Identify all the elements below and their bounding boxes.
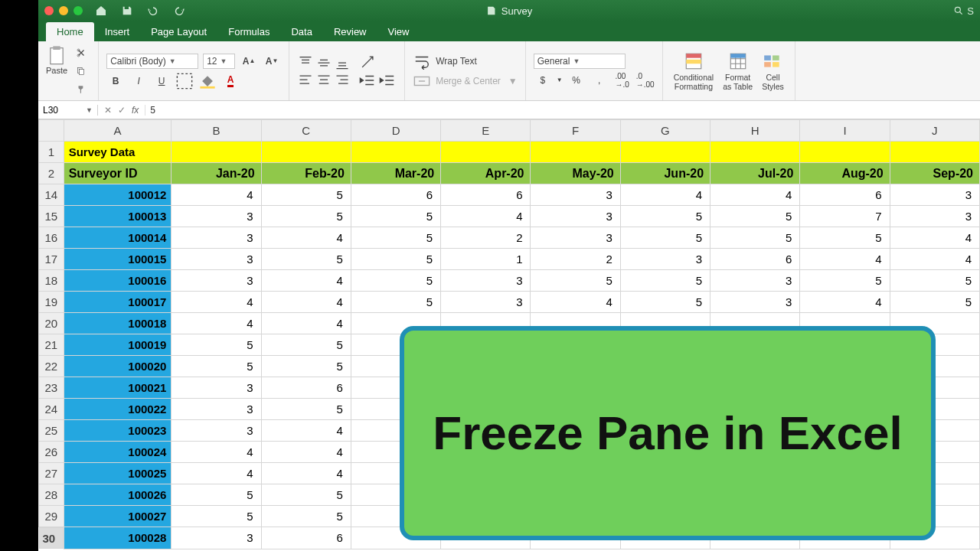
- cell-styles-button[interactable]: Cell Styles: [759, 51, 787, 91]
- data-cell[interactable]: 4: [172, 184, 261, 206]
- align-middle-icon[interactable]: [315, 55, 332, 70]
- tab-formulas[interactable]: Formulas: [217, 22, 280, 41]
- data-cell[interactable]: 3: [441, 270, 531, 292]
- data-cell[interactable]: 5: [351, 249, 440, 270]
- select-all-corner[interactable]: [39, 120, 64, 142]
- data-cell[interactable]: 5: [351, 206, 440, 227]
- data-cell[interactable]: 5: [710, 206, 800, 227]
- row-header-14[interactable]: 14: [39, 184, 64, 206]
- wrap-text-icon[interactable]: [413, 53, 431, 70]
- row-header-26[interactable]: 26: [39, 442, 64, 463]
- decrease-indent-icon[interactable]: [358, 72, 377, 89]
- data-cell[interactable]: 4: [172, 442, 261, 463]
- data-cell[interactable]: 1: [441, 249, 531, 270]
- data-cell[interactable]: 5: [172, 356, 261, 377]
- column-header-H[interactable]: H: [710, 120, 800, 142]
- data-cell[interactable]: 3: [172, 377, 261, 399]
- paste-button[interactable]: Paste: [46, 44, 67, 75]
- header-Aug-20[interactable]: Aug-20: [800, 163, 890, 184]
- data-cell[interactable]: 3: [172, 420, 261, 442]
- data-cell[interactable]: 5: [261, 399, 351, 420]
- data-cell[interactable]: 6: [261, 527, 351, 549]
- tab-insert[interactable]: Insert: [94, 22, 141, 41]
- surveyor-id-cell[interactable]: 100012: [64, 184, 172, 206]
- row-header-2[interactable]: 2: [39, 163, 64, 184]
- data-cell[interactable]: 5: [800, 227, 890, 249]
- cancel-icon[interactable]: ✕: [104, 105, 112, 116]
- tab-review[interactable]: Review: [323, 22, 377, 41]
- row-header-18[interactable]: 18: [39, 270, 64, 292]
- header-Mar-20[interactable]: Mar-20: [351, 163, 440, 184]
- data-cell[interactable]: 5: [620, 292, 710, 313]
- data-cell[interactable]: 4: [800, 249, 890, 270]
- row-header-23[interactable]: 23: [39, 377, 64, 399]
- data-cell[interactable]: 4: [441, 206, 531, 227]
- data-cell[interactable]: 5: [351, 270, 440, 292]
- merge-center-button[interactable]: Merge & Center: [436, 76, 501, 86]
- surveyor-id-cell[interactable]: 100027: [64, 506, 172, 527]
- data-cell[interactable]: 4: [261, 420, 351, 442]
- data-cell[interactable]: 3: [441, 292, 531, 313]
- data-cell[interactable]: 4: [800, 292, 890, 313]
- increase-font-icon[interactable]: A▲: [240, 53, 258, 70]
- percent-icon[interactable]: %: [567, 72, 586, 89]
- font-name-select[interactable]: Calibri (Body)▼: [106, 54, 198, 69]
- save-icon[interactable]: [118, 2, 136, 19]
- surveyor-id-cell[interactable]: 100026: [64, 484, 172, 506]
- align-right-icon[interactable]: [334, 72, 351, 87]
- data-cell[interactable]: 6: [441, 184, 531, 206]
- minimize-icon[interactable]: [59, 6, 68, 15]
- surveyor-id-cell[interactable]: 100015: [64, 249, 172, 270]
- border-icon[interactable]: [175, 73, 194, 90]
- row-header-20[interactable]: 20: [39, 313, 64, 334]
- number-format-select[interactable]: General▼: [534, 54, 626, 69]
- surveyor-id-cell[interactable]: 100019: [64, 334, 172, 356]
- surveyor-id-cell[interactable]: 100018: [64, 313, 172, 334]
- row-header-27[interactable]: 27: [39, 463, 64, 484]
- data-cell[interactable]: 5: [620, 227, 710, 249]
- column-header-G[interactable]: G: [620, 120, 710, 142]
- row-header-29[interactable]: 29: [39, 506, 64, 527]
- title-cell[interactable]: Survey Data: [64, 142, 172, 163]
- surveyor-id-cell[interactable]: 100017: [64, 292, 172, 313]
- data-cell[interactable]: 5: [620, 270, 710, 292]
- data-cell[interactable]: 4: [172, 463, 261, 484]
- row-header-16[interactable]: 16: [39, 227, 64, 249]
- data-cell[interactable]: 2: [531, 249, 620, 270]
- name-box[interactable]: L30▼: [38, 105, 98, 116]
- row-header-15[interactable]: 15: [39, 206, 64, 227]
- surveyor-id-cell[interactable]: 100014: [64, 227, 172, 249]
- close-icon[interactable]: [44, 6, 54, 15]
- header-Apr-20[interactable]: Apr-20: [441, 163, 531, 184]
- data-cell[interactable]: 3: [172, 206, 261, 227]
- row-header-19[interactable]: 19: [39, 292, 64, 313]
- column-header-A[interactable]: A: [64, 120, 172, 142]
- data-cell[interactable]: 4: [261, 292, 351, 313]
- align-bottom-icon[interactable]: [334, 55, 351, 70]
- data-cell[interactable]: 5: [620, 206, 710, 227]
- data-cell[interactable]: 3: [531, 184, 620, 206]
- format-painter-icon[interactable]: [72, 81, 90, 98]
- cut-icon[interactable]: [72, 44, 90, 61]
- redo-icon[interactable]: [170, 2, 188, 19]
- copy-icon[interactable]: [72, 63, 90, 80]
- data-cell[interactable]: 3: [710, 292, 800, 313]
- orientation-icon[interactable]: [358, 54, 377, 70]
- data-cell[interactable]: 3: [531, 206, 620, 227]
- bold-button[interactable]: B: [106, 73, 125, 90]
- tab-page-layout[interactable]: Page Layout: [140, 22, 217, 41]
- align-center-icon[interactable]: [315, 72, 332, 87]
- fx-icon[interactable]: fx: [132, 105, 139, 116]
- header-Jul-20[interactable]: Jul-20: [710, 163, 800, 184]
- column-header-C[interactable]: C: [261, 120, 351, 142]
- tab-data[interactable]: Data: [280, 22, 322, 41]
- column-header-F[interactable]: F: [531, 120, 620, 142]
- row-header-1[interactable]: 1: [39, 142, 64, 163]
- row-header-17[interactable]: 17: [39, 249, 64, 270]
- header-Sep-20[interactable]: Sep-20: [890, 163, 979, 184]
- column-header-D[interactable]: D: [351, 120, 440, 142]
- home-icon[interactable]: [92, 2, 110, 19]
- row-header-28[interactable]: 28: [39, 484, 64, 506]
- data-cell[interactable]: 3: [531, 227, 620, 249]
- data-cell[interactable]: 4: [620, 184, 710, 206]
